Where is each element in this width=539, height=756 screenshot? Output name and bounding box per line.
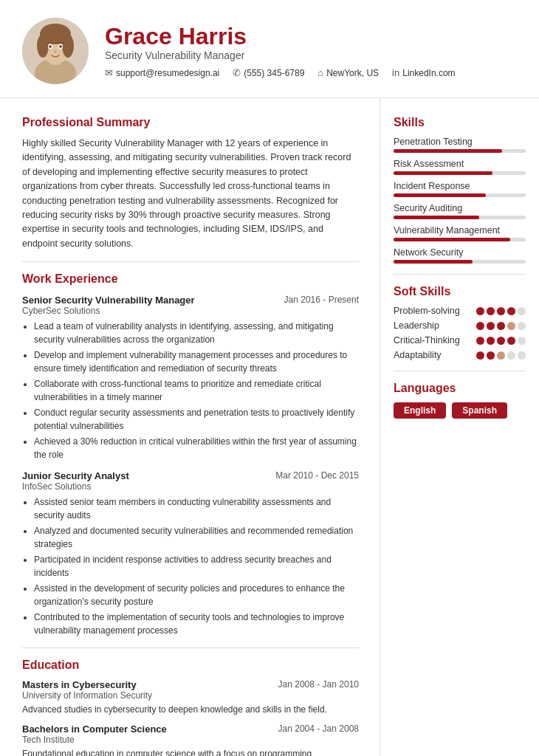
skill-bar-bg <box>394 238 526 241</box>
soft-skills-container: Problem-solving Leadership Critical-Thin… <box>394 306 526 360</box>
skills-container: Penetration Testing Risk Assessment Inci… <box>394 137 526 264</box>
lang-badge: English <box>394 402 446 419</box>
contact-item: ✆(555) 345-6789 <box>233 67 304 78</box>
edu-desc: Foundational education in computer scien… <box>22 747 359 756</box>
job-bullets: Assisted senior team members in conducti… <box>22 495 359 637</box>
skill-bar-fill <box>394 238 510 241</box>
edu-header: Masters in Cybersecurity Jan 2008 - Jan … <box>22 679 359 690</box>
skill-bar-fill <box>394 260 473 264</box>
dot-filled <box>487 322 495 330</box>
dots <box>476 322 526 330</box>
soft-skill-name: Leadership <box>394 320 439 331</box>
location-text: NewYork, US <box>326 68 379 78</box>
left-column: Professional Summary Highly skilled Secu… <box>0 98 380 756</box>
skill-name: Risk Assessment <box>394 159 526 169</box>
contact-item: ✉support@resumedesign.ai <box>105 67 219 78</box>
job-header: Junior Security Analyst Mar 2010 - Dec 2… <box>22 470 359 481</box>
avatar <box>22 18 89 84</box>
education-section: Education Masters in Cybersecurity Jan 2… <box>22 659 359 756</box>
dot-empty <box>518 322 526 330</box>
lang-badge: Spanish <box>452 402 507 419</box>
bullet-item: Assisted senior team members in conducti… <box>34 495 359 522</box>
soft-skills-title: Soft Skills <box>394 285 526 298</box>
dot-filled <box>497 307 505 315</box>
soft-skill-name: Critical-Thinking <box>394 335 460 346</box>
edu-date: Jan 2004 - Jan 2008 <box>278 724 359 735</box>
svg-point-6 <box>62 34 74 58</box>
skill-bar-bg <box>394 193 526 197</box>
job-entry: Junior Security Analyst Mar 2010 - Dec 2… <box>22 470 359 637</box>
contact-item: ⌂NewYork, US <box>317 67 379 78</box>
skill-bar-fill <box>394 149 502 153</box>
summary-title: Professional Summary <box>22 116 359 129</box>
dot-filled <box>497 337 505 345</box>
bullet-item: Assisted in the development of security … <box>34 582 359 608</box>
dot-filled <box>476 351 484 360</box>
dot-filled <box>507 337 515 345</box>
languages-title: Languages <box>394 382 526 395</box>
skill-bar-bg <box>394 149 526 153</box>
linkedin-icon: in <box>392 67 399 78</box>
dot-filled <box>476 337 484 345</box>
skills-section: Skills Penetration Testing Risk Assessme… <box>394 116 526 264</box>
edu-degree: Masters in Cybersecurity <box>22 679 137 690</box>
bullet-item: Lead a team of vulnerability analysts in… <box>34 320 359 346</box>
bullet-item: Achieved a 30% reduction in critical vul… <box>34 435 359 461</box>
job-date: Jan 2016 - Present <box>284 295 359 305</box>
header-info: Grace Harris Security Vulnerability Mana… <box>105 24 517 78</box>
location-icon: ⌂ <box>317 67 323 78</box>
dot-filled <box>487 307 495 315</box>
skill-bar-bg <box>394 216 526 219</box>
job-company: InfoSec Solutions <box>22 481 359 492</box>
edu-date: Jan 2008 - Jan 2010 <box>278 679 359 690</box>
edu-entry: Masters in Cybersecurity Jan 2008 - Jan … <box>22 679 359 716</box>
languages-section: Languages EnglishSpanish <box>394 382 526 419</box>
main-layout: Professional Summary Highly skilled Secu… <box>0 98 539 756</box>
email-text: support@resumedesign.ai <box>116 68 219 78</box>
job-company: CyberSec Solutions <box>22 306 359 316</box>
bullet-item: Contributed to the implementation of sec… <box>34 611 359 637</box>
header-name: Grace Harris <box>105 24 517 49</box>
soft-skill-name: Adaptability <box>394 350 442 360</box>
dot-filled <box>497 322 505 330</box>
soft-skill-row: Problem-solving <box>394 306 526 316</box>
summary-text: Highly skilled Security Vulnerability Ma… <box>22 137 359 251</box>
dot-filled <box>507 307 515 315</box>
dot-filled <box>476 322 484 330</box>
dot-empty <box>507 351 515 360</box>
job-entry: Senior Security Vulnerability Manager Ja… <box>22 295 359 461</box>
dot-filled <box>487 337 495 345</box>
job-title: Junior Security Analyst <box>22 470 129 481</box>
dots <box>476 337 526 345</box>
dot-filled <box>476 307 484 315</box>
skills-title: Skills <box>394 116 526 129</box>
bullet-item: Participated in incident response activi… <box>34 553 359 580</box>
skill-bar-bg <box>394 260 526 264</box>
edu-entry: Bachelors in Computer Science Jan 2004 -… <box>22 724 359 756</box>
edu-desc: Advanced studies in cybersecurity to dee… <box>22 703 359 716</box>
skill-name: Incident Response <box>394 181 526 191</box>
dots <box>476 307 526 315</box>
edu-school: University of Information Security <box>22 690 359 701</box>
work-title: Work Experience <box>22 272 359 286</box>
header-title: Security Vulnerability Manager <box>105 49 517 61</box>
phone-text: (555) 345-6789 <box>244 68 304 78</box>
skill-bar-bg <box>394 171 526 175</box>
skill-row: Vulnerability Management <box>394 225 526 241</box>
skill-name: Vulnerability Management <box>394 225 526 236</box>
bullet-item: Develop and implement vulnerability mana… <box>34 348 359 375</box>
soft-skill-row: Adaptability <box>394 350 526 360</box>
skill-row: Security Auditing <box>394 203 526 219</box>
bullet-item: Analyzed and documented security vulnera… <box>34 524 359 551</box>
dot-filled <box>487 351 495 360</box>
soft-skill-name: Problem-solving <box>394 306 460 316</box>
header: Grace Harris Security Vulnerability Mana… <box>0 0 539 98</box>
skill-row: Penetration Testing <box>394 137 526 153</box>
dot-half <box>497 351 505 360</box>
soft-skills-section: Soft Skills Problem-solving Leadership C… <box>394 285 526 360</box>
svg-point-9 <box>49 45 52 48</box>
right-column: Skills Penetration Testing Risk Assessme… <box>380 98 539 756</box>
header-contacts: ✉support@resumedesign.ai✆(555) 345-6789⌂… <box>105 67 517 78</box>
skill-name: Penetration Testing <box>394 137 526 147</box>
soft-skill-row: Critical-Thinking <box>394 335 526 346</box>
